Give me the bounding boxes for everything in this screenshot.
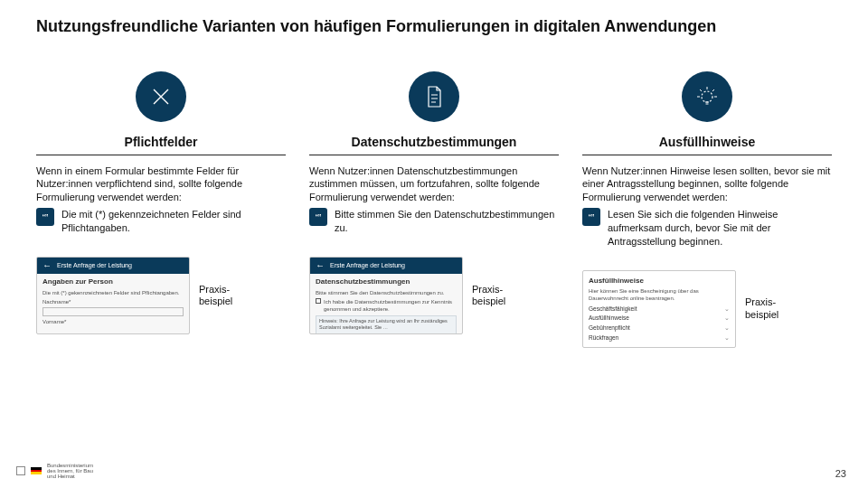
- chevron-down-icon: ⌄: [724, 334, 730, 343]
- column-pflichtfelder: Pflichtfelder Wenn in einem Formular bes…: [36, 71, 286, 348]
- column-body: Wenn Nutzer:innen Datenschutzbestimmunge…: [309, 164, 559, 334]
- example-field-label: Nachname*: [42, 298, 184, 305]
- example-line: Bitte stimmen Sie den Datenschutzbestimm…: [316, 289, 457, 296]
- icon-wrap: [309, 71, 559, 122]
- slide: Nutzungsfreundliche Varianten von häufig…: [0, 0, 868, 488]
- quote-row: Die mit (*) gekennzeichneten Felder sind…: [36, 208, 286, 235]
- ministry-text: Bundesministerium des Innern, für Bau un…: [47, 463, 93, 479]
- quote-row: Bitte stimmen Sie den Datenschutzbestimm…: [309, 208, 559, 235]
- quote-icon: [582, 208, 600, 226]
- example-thumbnail: Ausfüllhinweise Hier können Sie eine Bes…: [582, 270, 736, 348]
- back-arrow-icon: ←: [316, 259, 325, 272]
- example-line: Die mit (*) gekennzeichneten Felder sind…: [42, 289, 184, 296]
- list-item: Rückfragen⌄: [589, 333, 730, 343]
- column-datenschutz: Datenschutzbestimmungen Wenn Nutzer:inne…: [309, 71, 559, 348]
- columns: Pflichtfelder Wenn in einem Formular bes…: [36, 71, 832, 348]
- quote-icon: [309, 208, 327, 226]
- flag-icon: [31, 467, 42, 474]
- example-line: Hier können Sie eine Bescheinigung über …: [589, 287, 730, 302]
- example-label: Praxis- beispiel: [472, 284, 505, 307]
- example-subheading: Angaben zur Person: [42, 277, 184, 287]
- example-subheading: Datenschutzbestimmungen: [316, 277, 457, 287]
- example-subheading: Ausfüllhinweise: [589, 277, 730, 286]
- example-input: [42, 307, 184, 316]
- example-row: ←Erste Anfrage der Leistung Datenschutzb…: [309, 257, 559, 334]
- slide-title: Nutzungsfreundliche Varianten von häufig…: [36, 16, 832, 37]
- quote-icon: [36, 208, 54, 226]
- icon-wrap: [36, 71, 286, 122]
- example-header: Erste Anfrage der Leistung: [57, 261, 132, 269]
- column-body: Wenn in einem Formular bestimmte Felder …: [36, 164, 286, 334]
- example-field-label: Vorname*: [42, 318, 184, 325]
- quote-row: Lesen Sie sich die folgenden Hinweise au…: [582, 208, 832, 249]
- lightbulb-icon: [682, 71, 732, 122]
- column-heading: Ausfüllhinweise: [582, 135, 832, 155]
- column-intro: Wenn Nutzer:innen Datenschutzbestimmunge…: [309, 164, 559, 205]
- example-thumbnail: ←Erste Anfrage der Leistung Angaben zur …: [36, 257, 190, 334]
- checkbox-icon: [316, 298, 321, 304]
- footer-logo: Bundesministerium des Innern, für Bau un…: [16, 463, 93, 479]
- column-body: Wenn Nutzer:innen Hinweise lesen sollten…: [582, 164, 832, 348]
- svg-point-0: [702, 91, 712, 102]
- column-heading: Datenschutzbestimmungen: [309, 135, 559, 155]
- chevron-down-icon: ⌄: [724, 314, 730, 323]
- column-intro: Wenn Nutzer:innen Hinweise lesen sollten…: [582, 164, 832, 205]
- example-note: Hinweis: Ihre Anfrage zur Leistung wird …: [316, 315, 457, 334]
- example-label: Praxis- beispiel: [199, 284, 232, 307]
- icon-wrap: [582, 71, 832, 122]
- example-label: Praxis- beispiel: [745, 296, 778, 320]
- example-header: Erste Anfrage der Leistung: [330, 261, 405, 269]
- quote-text: Lesen Sie sich die folgenden Hinweise au…: [608, 208, 832, 249]
- quote-text: Die mit (*) gekennzeichneten Felder sind…: [61, 208, 286, 235]
- document-icon: [409, 71, 459, 122]
- back-arrow-icon: ←: [42, 259, 52, 272]
- chevron-down-icon: ⌄: [724, 324, 730, 333]
- example-row: Ausfüllhinweise Hier können Sie eine Bes…: [582, 270, 832, 348]
- eagle-icon: [16, 466, 25, 475]
- column-ausfuellhinweise: Ausfüllhinweise Wenn Nutzer:innen Hinwei…: [582, 71, 832, 348]
- chevron-down-icon: ⌄: [724, 305, 730, 314]
- list-item: Ausfüllhinweise⌄: [589, 314, 730, 324]
- cross-icon: [136, 71, 186, 122]
- quote-text: Bitte stimmen Sie den Datenschutzbestimm…: [335, 208, 559, 235]
- example-thumbnail: ←Erste Anfrage der Leistung Datenschutzb…: [309, 257, 463, 334]
- page-number: 23: [835, 468, 846, 479]
- list-item: Geschäftsfähigkeit⌄: [589, 305, 730, 314]
- example-checkbox-label: Ich habe die Datenschutzbestimmungen zur…: [324, 298, 457, 313]
- column-intro: Wenn in einem Formular bestimmte Felder …: [36, 164, 286, 205]
- example-row: ←Erste Anfrage der Leistung Angaben zur …: [36, 257, 286, 334]
- column-heading: Pflichtfelder: [36, 135, 286, 155]
- list-item: Gebührenpflicht⌄: [589, 324, 730, 333]
